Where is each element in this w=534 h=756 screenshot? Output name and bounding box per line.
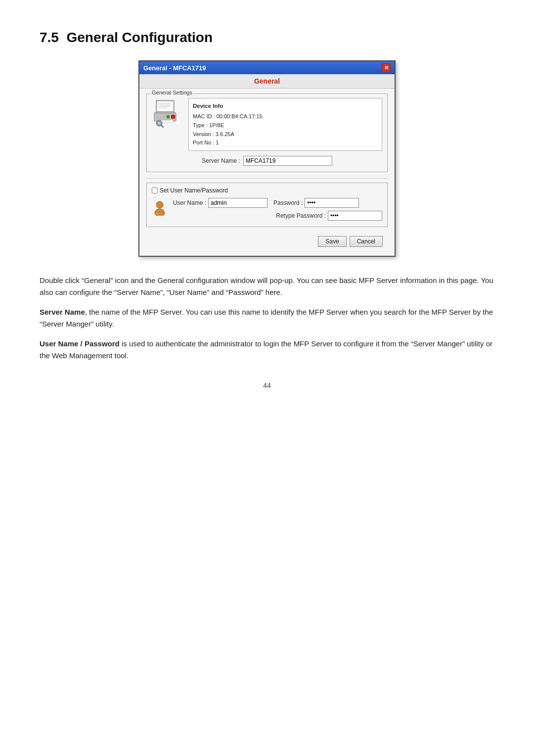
general-settings-group: General Settings	[146, 94, 388, 172]
device-icon	[152, 98, 183, 130]
version-line: Version : 3.6.25A	[193, 130, 378, 139]
printer-icon	[152, 98, 183, 129]
body-text: Double click “General” icon and the Gene…	[40, 275, 494, 362]
server-name-row: Server Name :	[152, 156, 382, 166]
set-user-pass-checkbox[interactable]	[152, 188, 158, 193]
paragraph-2: Server Name, the name of the MFP Server.…	[40, 306, 494, 330]
port-line: Port No : 1	[193, 139, 378, 147]
svg-point-12	[158, 122, 161, 125]
svg-point-9	[171, 115, 175, 119]
password-input[interactable]	[305, 198, 359, 208]
dialog-header: General	[139, 74, 395, 89]
dialog-header-label: General	[254, 77, 280, 85]
user-name-label: User Name :	[172, 199, 206, 206]
set-user-pass-row: Set User Name/Password	[152, 187, 382, 194]
retype-password-input[interactable]	[328, 211, 382, 221]
username-password-row: User Name : Password :	[172, 198, 382, 208]
section-heading: General Configuration	[67, 30, 213, 45]
user-pass-content: User Name : Password : Retype Password :	[152, 198, 382, 221]
cancel-button[interactable]: Cancel	[350, 236, 383, 247]
type-line: Type : 1P/8E	[193, 121, 378, 130]
page-number: 44	[40, 381, 494, 389]
paragraph-3: User Name / Password is used to authenti…	[40, 338, 494, 362]
svg-rect-8	[157, 111, 173, 113]
dialog-close-button[interactable]: ✕	[382, 63, 391, 72]
paragraph-1: Double click “General” icon and the Gene…	[40, 275, 494, 298]
user-icon	[153, 200, 167, 216]
dialog-wrapper: General - MFCA1719 ✕ General General Set…	[40, 60, 494, 257]
user-name-input[interactable]	[208, 198, 267, 208]
password-label: Password :	[273, 199, 303, 206]
server-name-label: Server Name :	[202, 157, 240, 164]
svg-rect-18	[162, 213, 163, 215]
retype-password-row: Retype Password :	[172, 211, 382, 221]
save-button[interactable]: Save	[318, 236, 346, 247]
svg-point-14	[156, 201, 163, 208]
dialog-titlebar: General - MFCA1719 ✕	[139, 61, 395, 74]
section-number: 7.5	[40, 30, 59, 45]
user-pass-group: Set User Name/Password	[146, 183, 388, 227]
user-icon-area	[152, 198, 168, 216]
section-title: 7.5 General Configuration	[40, 30, 494, 46]
device-info-label: Device Info	[193, 101, 378, 110]
dialog-title: General - MFCA1719	[143, 64, 206, 72]
dialog-buttons: Save Cancel	[146, 233, 388, 249]
server-name-input[interactable]	[243, 156, 332, 166]
dialog-body: General Settings	[139, 89, 395, 256]
svg-point-10	[167, 115, 170, 118]
set-user-pass-label: Set User Name/Password	[160, 187, 228, 194]
svg-line-13	[162, 126, 164, 128]
svg-point-15	[155, 209, 165, 216]
user-name-password-bold: User Name / Password	[40, 339, 120, 348]
server-name-bold: Server Name	[40, 308, 85, 316]
device-section: Device Info MAC ID : 00:00:B4:CA:17:15 T…	[152, 98, 382, 151]
retype-password-label: Retype Password :	[276, 212, 326, 219]
device-info-box: Device Info MAC ID : 00:00:B4:CA:17:15 T…	[188, 98, 382, 151]
mac-id-line: MAC ID : 00:00:B4:CA:17:15	[193, 112, 378, 121]
general-config-dialog: General - MFCA1719 ✕ General General Set…	[138, 60, 396, 257]
form-fields: User Name : Password : Retype Password :	[172, 198, 382, 221]
general-settings-label: General Settings	[151, 90, 193, 95]
dotted-separator	[146, 178, 388, 179]
